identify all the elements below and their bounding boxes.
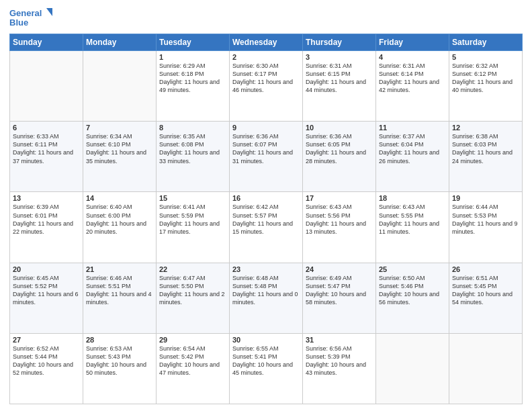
day-number: 29 xyxy=(159,336,226,344)
day-cell: 11Sunrise: 6:37 AM Sunset: 6:04 PM Dayli… xyxy=(376,122,449,192)
day-info: Sunrise: 6:41 AM Sunset: 5:59 PM Dayligh… xyxy=(159,203,226,236)
day-info: Sunrise: 6:45 AM Sunset: 5:52 PM Dayligh… xyxy=(13,274,80,307)
day-info: Sunrise: 6:34 AM Sunset: 6:10 PM Dayligh… xyxy=(86,132,153,165)
day-number: 8 xyxy=(159,124,226,132)
day-cell: 27Sunrise: 6:52 AM Sunset: 5:44 PM Dayli… xyxy=(10,333,83,404)
day-number: 28 xyxy=(86,336,153,344)
day-number: 10 xyxy=(306,124,373,132)
day-cell: 23Sunrise: 6:48 AM Sunset: 5:48 PM Dayli… xyxy=(230,263,303,333)
day-cell: 14Sunrise: 6:40 AM Sunset: 6:00 PM Dayli… xyxy=(83,192,157,263)
day-number: 17 xyxy=(306,194,373,202)
day-cell xyxy=(10,51,83,122)
logo: General Blue xyxy=(9,7,56,30)
day-info: Sunrise: 6:54 AM Sunset: 5:42 PM Dayligh… xyxy=(159,345,226,377)
day-number: 7 xyxy=(86,124,153,132)
day-cell: 2Sunrise: 6:30 AM Sunset: 6:17 PM Daylig… xyxy=(230,51,303,122)
day-cell: 6Sunrise: 6:33 AM Sunset: 6:11 PM Daylig… xyxy=(10,122,83,192)
header: General Blue xyxy=(9,7,523,30)
day-number: 9 xyxy=(232,124,300,132)
day-info: Sunrise: 6:46 AM Sunset: 5:51 PM Dayligh… xyxy=(86,274,153,307)
day-cell: 28Sunrise: 6:53 AM Sunset: 5:43 PM Dayli… xyxy=(83,333,157,404)
day-number: 31 xyxy=(306,336,373,344)
day-number: 2 xyxy=(232,53,300,61)
day-info: Sunrise: 6:42 AM Sunset: 5:57 PM Dayligh… xyxy=(232,203,300,236)
page: General Blue SundayMondayTuesdayWednesda… xyxy=(0,0,532,411)
day-info: Sunrise: 6:43 AM Sunset: 5:56 PM Dayligh… xyxy=(306,203,373,236)
day-cell xyxy=(83,51,157,122)
week-row-4: 20Sunrise: 6:45 AM Sunset: 5:52 PM Dayli… xyxy=(10,263,523,333)
day-number: 20 xyxy=(13,265,80,273)
day-cell: 21Sunrise: 6:46 AM Sunset: 5:51 PM Dayli… xyxy=(83,263,157,333)
day-cell: 8Sunrise: 6:35 AM Sunset: 6:08 PM Daylig… xyxy=(157,122,230,192)
day-cell: 24Sunrise: 6:49 AM Sunset: 5:47 PM Dayli… xyxy=(303,263,376,333)
svg-text:Blue: Blue xyxy=(9,17,28,28)
svg-marker-2 xyxy=(46,8,52,16)
day-cell: 10Sunrise: 6:36 AM Sunset: 6:05 PM Dayli… xyxy=(303,122,376,192)
day-info: Sunrise: 6:40 AM Sunset: 6:00 PM Dayligh… xyxy=(86,203,153,236)
generalblue-logo: General Blue xyxy=(9,7,56,30)
col-header-sunday: Sunday xyxy=(10,34,83,51)
day-info: Sunrise: 6:48 AM Sunset: 5:48 PM Dayligh… xyxy=(232,274,300,307)
day-number: 18 xyxy=(379,194,446,202)
col-header-tuesday: Tuesday xyxy=(157,34,230,51)
day-cell: 7Sunrise: 6:34 AM Sunset: 6:10 PM Daylig… xyxy=(83,122,157,192)
day-info: Sunrise: 6:30 AM Sunset: 6:17 PM Dayligh… xyxy=(232,62,300,95)
day-cell: 5Sunrise: 6:32 AM Sunset: 6:12 PM Daylig… xyxy=(449,51,523,122)
header-row: SundayMondayTuesdayWednesdayThursdayFrid… xyxy=(10,34,523,51)
calendar: SundayMondayTuesdayWednesdayThursdayFrid… xyxy=(9,34,523,404)
day-number: 1 xyxy=(159,53,226,61)
day-cell: 22Sunrise: 6:47 AM Sunset: 5:50 PM Dayli… xyxy=(157,263,230,333)
day-cell: 25Sunrise: 6:50 AM Sunset: 5:46 PM Dayli… xyxy=(376,263,449,333)
day-info: Sunrise: 6:51 AM Sunset: 5:45 PM Dayligh… xyxy=(452,274,519,307)
day-cell: 29Sunrise: 6:54 AM Sunset: 5:42 PM Dayli… xyxy=(157,333,230,404)
day-cell: 4Sunrise: 6:31 AM Sunset: 6:14 PM Daylig… xyxy=(376,51,449,122)
day-info: Sunrise: 6:56 AM Sunset: 5:39 PM Dayligh… xyxy=(306,345,373,377)
day-number: 21 xyxy=(86,265,153,273)
day-number: 4 xyxy=(379,53,446,61)
day-info: Sunrise: 6:31 AM Sunset: 6:14 PM Dayligh… xyxy=(379,62,446,95)
day-cell: 3Sunrise: 6:31 AM Sunset: 6:15 PM Daylig… xyxy=(303,51,376,122)
day-number: 26 xyxy=(452,265,519,273)
day-number: 13 xyxy=(13,194,80,202)
day-number: 25 xyxy=(379,265,446,273)
day-cell: 13Sunrise: 6:39 AM Sunset: 6:01 PM Dayli… xyxy=(10,192,83,263)
col-header-friday: Friday xyxy=(376,34,449,51)
day-info: Sunrise: 6:36 AM Sunset: 6:07 PM Dayligh… xyxy=(232,132,300,165)
day-number: 3 xyxy=(306,53,373,61)
day-info: Sunrise: 6:39 AM Sunset: 6:01 PM Dayligh… xyxy=(13,203,80,236)
day-number: 22 xyxy=(159,265,226,273)
day-number: 30 xyxy=(232,336,300,344)
day-number: 5 xyxy=(452,53,519,61)
day-info: Sunrise: 6:37 AM Sunset: 6:04 PM Dayligh… xyxy=(379,132,446,165)
day-cell: 26Sunrise: 6:51 AM Sunset: 5:45 PM Dayli… xyxy=(449,263,523,333)
day-cell xyxy=(376,333,449,404)
day-number: 15 xyxy=(159,194,226,202)
day-info: Sunrise: 6:38 AM Sunset: 6:03 PM Dayligh… xyxy=(452,132,519,165)
day-number: 6 xyxy=(13,124,80,132)
day-info: Sunrise: 6:49 AM Sunset: 5:47 PM Dayligh… xyxy=(306,274,373,307)
col-header-monday: Monday xyxy=(83,34,157,51)
col-header-wednesday: Wednesday xyxy=(230,34,303,51)
day-cell: 15Sunrise: 6:41 AM Sunset: 5:59 PM Dayli… xyxy=(157,192,230,263)
day-cell: 31Sunrise: 6:56 AM Sunset: 5:39 PM Dayli… xyxy=(303,333,376,404)
day-info: Sunrise: 6:35 AM Sunset: 6:08 PM Dayligh… xyxy=(159,132,226,165)
day-info: Sunrise: 6:33 AM Sunset: 6:11 PM Dayligh… xyxy=(13,132,80,165)
day-info: Sunrise: 6:55 AM Sunset: 5:41 PM Dayligh… xyxy=(232,345,300,377)
day-cell: 30Sunrise: 6:55 AM Sunset: 5:41 PM Dayli… xyxy=(230,333,303,404)
day-number: 24 xyxy=(306,265,373,273)
day-info: Sunrise: 6:44 AM Sunset: 5:53 PM Dayligh… xyxy=(452,203,519,236)
day-number: 23 xyxy=(232,265,300,273)
col-header-thursday: Thursday xyxy=(303,34,376,51)
day-cell xyxy=(449,333,523,404)
day-info: Sunrise: 6:29 AM Sunset: 6:18 PM Dayligh… xyxy=(159,62,226,95)
day-info: Sunrise: 6:36 AM Sunset: 6:05 PM Dayligh… xyxy=(306,132,373,165)
svg-text:General: General xyxy=(9,8,42,18)
week-row-1: 1Sunrise: 6:29 AM Sunset: 6:18 PM Daylig… xyxy=(10,51,523,122)
day-cell: 18Sunrise: 6:43 AM Sunset: 5:55 PM Dayli… xyxy=(376,192,449,263)
day-cell: 17Sunrise: 6:43 AM Sunset: 5:56 PM Dayli… xyxy=(303,192,376,263)
week-row-2: 6Sunrise: 6:33 AM Sunset: 6:11 PM Daylig… xyxy=(10,122,523,192)
day-info: Sunrise: 6:32 AM Sunset: 6:12 PM Dayligh… xyxy=(452,62,519,95)
day-info: Sunrise: 6:52 AM Sunset: 5:44 PM Dayligh… xyxy=(13,345,80,377)
day-number: 14 xyxy=(86,194,153,202)
day-cell: 19Sunrise: 6:44 AM Sunset: 5:53 PM Dayli… xyxy=(449,192,523,263)
